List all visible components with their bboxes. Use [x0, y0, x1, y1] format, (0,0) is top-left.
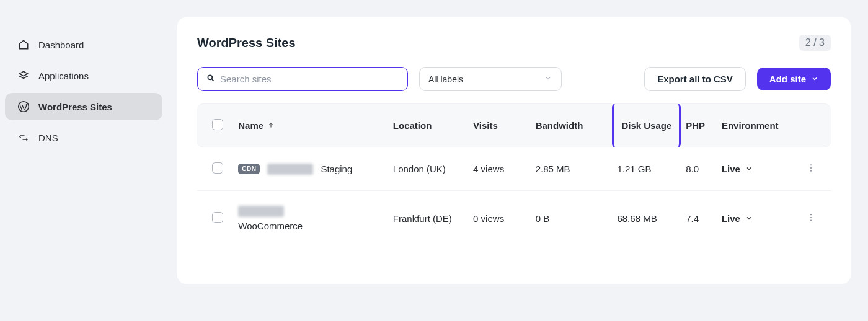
redacted-name	[238, 206, 284, 217]
column-header-location[interactable]: Location	[388, 103, 468, 147]
cell-location: Frankfurt (DE)	[388, 191, 468, 246]
svg-point-3	[810, 167, 812, 169]
svg-point-0	[19, 102, 29, 112]
cell-php: 8.0	[681, 147, 717, 191]
column-header-disk-usage[interactable]: Disk Usage	[612, 103, 681, 147]
wordpress-icon	[17, 100, 30, 113]
layers-icon	[17, 69, 30, 82]
cell-bandwidth: 2.85 MB	[531, 147, 613, 191]
sites-table: Name Location Visits Bandwidth Disk Usag…	[197, 103, 831, 246]
chevron-down-icon	[544, 74, 552, 84]
pagination-badge: 2 / 3	[799, 35, 831, 51]
sidebar-item-dashboard[interactable]: Dashboard	[5, 31, 162, 58]
environment-select[interactable]: Live	[722, 164, 753, 174]
add-site-button[interactable]: Add site	[757, 68, 831, 90]
site-name-suffix: WooCommerce	[238, 221, 303, 231]
search-input[interactable]	[220, 74, 399, 84]
column-header-checkbox	[197, 103, 233, 147]
page-title: WordPress Sites	[197, 36, 296, 50]
cell-disk-usage: 1.21 GB	[612, 147, 681, 191]
chevron-down-icon	[811, 74, 818, 84]
row-actions-menu[interactable]	[806, 214, 816, 224]
svg-point-6	[810, 217, 812, 218]
svg-point-1	[208, 75, 212, 79]
site-name-cell[interactable]: CDN Staging	[238, 164, 383, 175]
column-header-environment[interactable]: Environment	[717, 103, 800, 147]
svg-point-4	[810, 170, 812, 172]
row-actions-menu[interactable]	[806, 164, 816, 175]
arrow-up-icon	[267, 120, 275, 131]
svg-point-2	[810, 164, 812, 165]
environment-select[interactable]: Live	[722, 213, 753, 224]
add-site-label: Add site	[769, 74, 806, 84]
sidebar-item-label: WordPress Sites	[38, 102, 112, 112]
column-header-php[interactable]: PHP	[681, 103, 717, 147]
cell-visits: 4 views	[468, 147, 531, 191]
sidebar-item-label: Applications	[38, 71, 89, 81]
labels-select[interactable]: All labels	[419, 67, 562, 91]
sidebar: Dashboard Applications WordPress Sites D…	[0, 0, 167, 321]
redacted-name	[267, 164, 313, 175]
main-content: WordPress Sites 2 / 3 All labels	[167, 0, 868, 321]
sites-panel: WordPress Sites 2 / 3 All labels	[177, 17, 851, 284]
row-checkbox[interactable]	[212, 212, 223, 223]
toolbar: All labels Export all to CSV Add site	[197, 67, 831, 91]
home-icon	[17, 38, 30, 51]
column-header-actions	[800, 103, 831, 147]
cell-bandwidth: 0 B	[531, 191, 613, 246]
table-row: CDN Staging London (UK) 4 views 2.85 MB …	[197, 147, 831, 191]
cell-php: 7.4	[681, 191, 717, 246]
cell-disk-usage: 68.68 MB	[612, 191, 681, 246]
site-name-cell[interactable]: WooCommerce	[238, 206, 383, 231]
sidebar-item-wordpress-sites[interactable]: WordPress Sites	[5, 93, 162, 120]
export-csv-button[interactable]: Export all to CSV	[644, 67, 746, 91]
select-all-checkbox[interactable]	[212, 119, 223, 130]
search-icon	[206, 74, 215, 84]
svg-point-5	[810, 214, 812, 215]
export-csv-label: Export all to CSV	[657, 74, 733, 84]
chevron-down-icon	[745, 164, 753, 174]
cell-location: London (UK)	[388, 147, 468, 191]
column-header-bandwidth[interactable]: Bandwidth	[531, 103, 613, 147]
sidebar-item-applications[interactable]: Applications	[5, 62, 162, 89]
column-header-visits[interactable]: Visits	[468, 103, 531, 147]
table-row: WooCommerce Frankfurt (DE) 0 views 0 B 6…	[197, 191, 831, 246]
dns-icon	[17, 131, 30, 144]
row-checkbox[interactable]	[212, 162, 223, 174]
site-name-suffix: Staging	[321, 164, 352, 174]
labels-select-label: All labels	[428, 74, 463, 84]
cdn-badge: CDN	[238, 164, 260, 174]
cell-visits: 0 views	[468, 191, 531, 246]
sidebar-item-dns[interactable]: DNS	[5, 124, 162, 151]
column-header-name[interactable]: Name	[233, 103, 388, 147]
sidebar-item-label: Dashboard	[38, 40, 84, 50]
chevron-down-icon	[745, 213, 753, 224]
search-field[interactable]	[197, 67, 408, 91]
sidebar-item-label: DNS	[38, 133, 58, 143]
svg-point-7	[810, 220, 812, 221]
